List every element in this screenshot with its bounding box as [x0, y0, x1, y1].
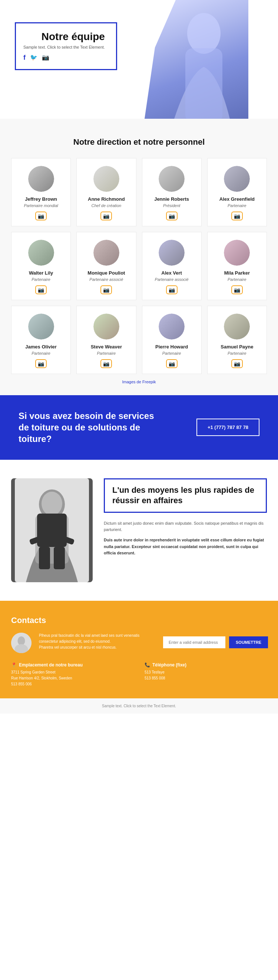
- avatar-4: [224, 166, 250, 192]
- location-icon: 📍: [11, 662, 17, 668]
- hero-section: Notre équipe Sample text. Click to selec…: [0, 0, 278, 119]
- member-role-5: Partenaire: [32, 277, 51, 282]
- member-role-6: Partenaire associé: [89, 277, 123, 282]
- member-name-2: Anne Richmond: [88, 196, 125, 202]
- instagram-link-8[interactable]: 📷: [231, 285, 243, 294]
- hero-image: [137, 0, 248, 119]
- business-section: L'un des moyens les plus rapides de réus…: [0, 460, 278, 601]
- office-info: 📍 Emplacement de notre bureau 3711 Sprin…: [11, 662, 133, 687]
- avatar-1: [28, 166, 54, 192]
- avatar-7: [159, 240, 185, 266]
- business-text-2: Duis aute irure dolor in reprehenderit i…: [104, 537, 267, 557]
- team-card-11: Pierre Howard Partenaire 📷: [142, 306, 202, 374]
- instagram-link-7[interactable]: 📷: [166, 285, 178, 294]
- member-name-8: Mila Parker: [224, 270, 250, 276]
- facebook-icon[interactable]: f: [23, 54, 25, 62]
- contacts-avatar: [11, 633, 32, 653]
- contacts-text-1: Plheus pral fascinatin dic la vial amet …: [39, 633, 156, 644]
- instagram-link-6[interactable]: 📷: [100, 285, 112, 294]
- email-input[interactable]: [163, 636, 225, 648]
- instagram-link-4[interactable]: 📷: [231, 212, 243, 220]
- svg-point-5: [41, 492, 62, 515]
- avatar-11: [159, 313, 185, 339]
- member-name-12: Samuel Payne: [221, 344, 253, 350]
- member-name-4: Alex Greenfield: [220, 196, 255, 202]
- svg-rect-9: [39, 547, 50, 569]
- contacts-title: Contacts: [11, 616, 267, 625]
- member-name-9: James Olivier: [25, 344, 57, 350]
- hero-box: Notre équipe Sample text. Click to selec…: [15, 22, 117, 70]
- instagram-link-5[interactable]: 📷: [35, 285, 47, 294]
- instagram-link-9[interactable]: 📷: [35, 359, 47, 368]
- contacts-text-2: Pharetra vel uruscorper sit arcu et nisl…: [39, 644, 156, 651]
- office-title: 📍 Emplacement de notre bureau: [11, 662, 133, 668]
- contacts-info: Plheus pral fascinatin dic la vial amet …: [39, 633, 156, 651]
- svg-rect-1: [185, 48, 223, 119]
- cta-button[interactable]: +1 (777) 787 87 78: [196, 418, 259, 436]
- instagram-link-1[interactable]: 📷: [35, 212, 47, 220]
- submit-button[interactable]: SOUMETTRE: [229, 636, 268, 648]
- phone-line-2: 513 855 008: [145, 675, 267, 681]
- business-content: L'un des moyens les plus rapides de réus…: [104, 478, 267, 582]
- avatar-12: [224, 313, 250, 339]
- member-role-12: Partenaire: [227, 351, 246, 355]
- team-card-3: Jennie Roberts Président 📷: [142, 158, 202, 226]
- team-grid: Jeffrey Brown Partenaire mondial 📷 Anne …: [11, 158, 267, 374]
- email-row: SOUMETTRE: [163, 636, 267, 648]
- member-name-10: Steve Weaver: [91, 344, 122, 350]
- svg-rect-6: [37, 514, 67, 547]
- instagram-link-2[interactable]: 📷: [100, 212, 112, 220]
- contacts-bottom: 📍 Emplacement de notre bureau 3711 Sprin…: [11, 662, 267, 687]
- cta-section: Si vous avez besoin de services de toitu…: [0, 395, 278, 460]
- business-title-box: L'un des moyens les plus rapides de réus…: [104, 478, 267, 513]
- avatar-9: [28, 313, 54, 339]
- twitter-icon[interactable]: 🐦: [30, 54, 38, 62]
- member-name-6: Monique Pouliot: [87, 270, 125, 276]
- instagram-icon[interactable]: 📷: [42, 54, 49, 62]
- member-role-2: Chef de création: [92, 204, 122, 208]
- office-phone: 513 855 006: [11, 681, 133, 687]
- footer-text: Sample text. Click to select the Text El…: [102, 704, 176, 708]
- phone-title: 📞 Téléphone (fixe): [145, 662, 267, 668]
- team-card-7: Alex Vert Partenaire associé 📷: [142, 232, 202, 300]
- contacts-top: Plheus pral fascinatin dic la vial amet …: [11, 633, 267, 653]
- office-address-2: Rue Harrison 4/2, Stokholm, Sweden: [11, 675, 133, 681]
- svg-point-12: [18, 636, 25, 645]
- member-name-7: Alex Vert: [161, 270, 182, 276]
- member-role-11: Partenaire: [162, 351, 181, 355]
- member-name-1: Jeffrey Brown: [25, 196, 57, 202]
- business-image: [11, 478, 93, 582]
- office-address-1: 3711 Spring Garden Street: [11, 670, 133, 675]
- team-card-4: Alex Greenfield Partenaire 📷: [207, 158, 267, 226]
- member-role-4: Partenaire: [227, 204, 246, 208]
- avatar-3: [159, 166, 185, 192]
- team-card-6: Monique Pouliot Partenaire associé 📷: [76, 232, 136, 300]
- member-name-3: Jennie Roberts: [154, 196, 189, 202]
- footer: Sample text. Click to select the Text El…: [0, 698, 278, 714]
- member-role-7: Partenaire associé: [155, 277, 189, 282]
- avatar-2: [93, 166, 119, 192]
- instagram-link-3[interactable]: 📷: [166, 212, 178, 220]
- team-card-2: Anne Richmond Chef de création 📷: [76, 158, 136, 226]
- svg-point-0: [187, 13, 221, 54]
- business-title: L'un des moyens les plus rapides de réus…: [112, 485, 258, 506]
- phone-info: 📞 Téléphone (fixe) 513 Tesfaye 513 855 0…: [145, 662, 267, 687]
- avatar-8: [224, 240, 250, 266]
- freepik-link[interactable]: Freepik: [142, 380, 156, 384]
- hero-content: Notre équipe Sample text. Click to selec…: [15, 22, 117, 70]
- cta-text: Si vous avez besoin de services de toitu…: [19, 410, 160, 445]
- avatar-6: [93, 240, 119, 266]
- contacts-section: Contacts Plheus pral fascinatin dic la v…: [0, 601, 278, 698]
- team-card-1: Jeffrey Brown Partenaire mondial 📷: [11, 158, 71, 226]
- member-role-9: Partenaire: [32, 351, 51, 355]
- instagram-link-10[interactable]: 📷: [100, 359, 112, 368]
- instagram-link-12[interactable]: 📷: [231, 359, 243, 368]
- phone-icon: 📞: [145, 662, 150, 668]
- team-card-8: Mila Parker Partenaire 📷: [207, 232, 267, 300]
- business-text-1: Dictum sit amet justo donec enim diam vu…: [104, 520, 267, 533]
- instagram-link-11[interactable]: 📷: [166, 359, 178, 368]
- hero-subtitle: Sample text. Click to select the Text El…: [23, 45, 105, 49]
- member-role-8: Partenaire: [227, 277, 246, 282]
- hero-title: Notre équipe: [23, 31, 105, 43]
- svg-rect-10: [54, 547, 65, 569]
